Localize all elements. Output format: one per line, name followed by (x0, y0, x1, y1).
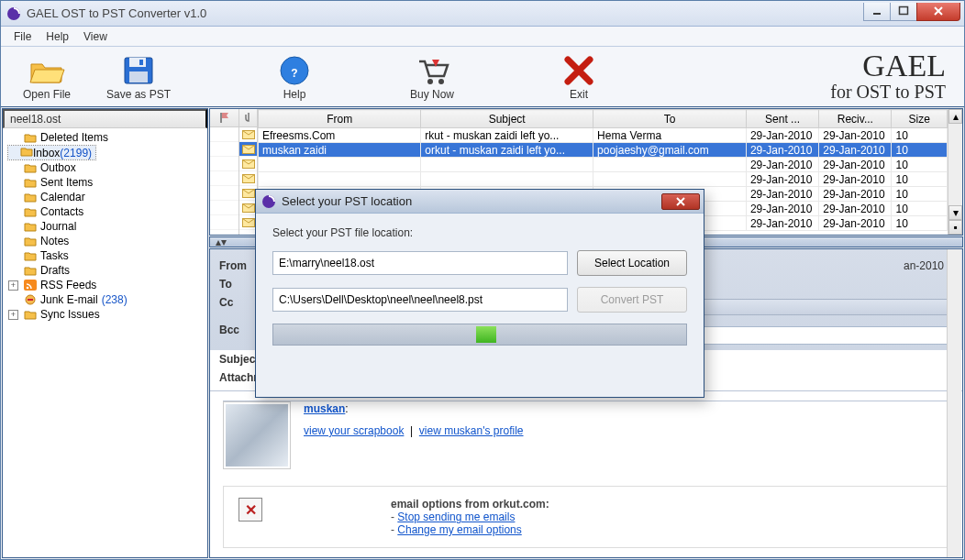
scroll-corner-icon[interactable]: ▪ (948, 220, 962, 235)
flag-header-icon[interactable] (210, 109, 238, 127)
menu-view[interactable]: View (76, 27, 115, 46)
tree-count: (2199) (60, 147, 92, 159)
dialog-titlebar[interactable]: Select your PST location (256, 190, 704, 214)
minimize-button[interactable] (863, 3, 891, 21)
table-row[interactable]: 29-Jan-201029-Jan-201010 (259, 172, 948, 187)
envelope-icon (239, 142, 257, 157)
sidebar-item-calendar[interactable]: Calendar (8, 190, 207, 204)
brand: GAEL for OST to PST (830, 50, 946, 103)
dialog-close-button[interactable] (661, 193, 700, 210)
tree-count: (238) (102, 293, 128, 306)
col-to[interactable]: To (593, 110, 747, 128)
stop-emails-link[interactable]: Stop sending me emails (397, 511, 515, 523)
exit-button[interactable]: Exit (533, 53, 625, 101)
scrapbook-link[interactable]: view your scrapbook (304, 424, 404, 437)
svg-rect-6 (139, 60, 143, 65)
window-controls (864, 3, 960, 21)
table-row[interactable]: muskan zaidiorkut - muskan zaidi left yo… (259, 143, 948, 158)
dest-path-input[interactable] (272, 288, 568, 312)
table-row[interactable]: 29-Jan-201029-Jan-201010 (259, 158, 948, 172)
attachment-header-icon[interactable] (239, 109, 257, 127)
titlebar[interactable]: GAEL OST to PST Converter v1.0 (1, 1, 964, 27)
scroll-down-icon[interactable]: ▾ (948, 205, 962, 220)
avatar (223, 401, 291, 469)
folder-icon (24, 280, 37, 291)
folder-icon (24, 132, 37, 143)
sender-link[interactable]: muskan (304, 402, 345, 415)
tree-label: Sync Issues (40, 308, 100, 321)
col-reciv-[interactable]: Reciv... (819, 110, 892, 128)
tree-label: Contacts (40, 205, 83, 218)
table-row[interactable]: Efreesms.Comrkut - muskan zaidi left yo.… (259, 128, 948, 143)
grid-scrollbar[interactable]: ▴ ▾ ▪ (948, 109, 962, 235)
maximize-button[interactable] (890, 3, 917, 21)
folder-icon (24, 206, 37, 217)
app-icon (6, 6, 21, 21)
cross-icon (533, 53, 625, 88)
menu-help[interactable]: Help (39, 27, 76, 46)
svg-rect-4 (129, 58, 146, 67)
sidebar-item-notes[interactable]: Notes (8, 234, 207, 248)
change-options-link[interactable]: Change my email options (397, 523, 521, 536)
grid-icon-column (210, 109, 239, 235)
sidebar-item-sync-issues[interactable]: +Sync Issues (8, 307, 207, 322)
folder-icon (24, 294, 37, 305)
convert-pst-button[interactable]: Convert PST (577, 287, 687, 313)
toolbar: Open File Save as PST ? Help Buy Now Exi… (1, 47, 964, 107)
sidebar-item-tasks[interactable]: Tasks (8, 248, 207, 263)
tree-label: Deleted Items (40, 131, 108, 144)
col-size[interactable]: Size (892, 110, 948, 128)
envelope-icon (239, 127, 257, 142)
close-button[interactable] (916, 3, 960, 21)
sidebar-item-contacts[interactable]: Contacts (8, 204, 207, 219)
folder-icon (24, 236, 37, 247)
menu-file[interactable]: File (6, 27, 39, 46)
col-sent-[interactable]: Sent ... (746, 110, 818, 128)
dialog-title: Select your PST location (282, 194, 661, 208)
sidebar-item-rss-feeds[interactable]: +RSS Feeds (8, 278, 207, 292)
tree-label: Calendar (40, 191, 85, 203)
folder-icon (24, 265, 37, 276)
svg-rect-2 (900, 7, 908, 15)
select-location-button[interactable]: Select Location (577, 250, 687, 276)
sidebar-item-junk-e-mail[interactable]: Junk E-mail(238) (8, 292, 207, 307)
sidebar-item-inbox[interactable]: Inbox(2199) (8, 145, 207, 160)
pst-location-dialog[interactable]: Select your PST location Select your PST… (255, 189, 704, 398)
svg-rect-1 (873, 13, 881, 15)
tree-label: Outbox (40, 161, 76, 174)
tree-label: Inbox (33, 147, 60, 159)
help-label: Help (249, 88, 340, 101)
save-as-pst-label: Save as PST (93, 88, 184, 101)
svg-rect-14 (220, 113, 222, 123)
tree-label: Notes (40, 235, 69, 247)
tree-label: Journal (40, 220, 76, 233)
expand-icon[interactable]: + (8, 280, 18, 291)
tree-label: Junk E-mail (40, 293, 98, 306)
folder-icon (24, 250, 37, 261)
envelope-icon (239, 171, 257, 186)
folder-tree[interactable]: neel18.ost Deleted ItemsInbox(2199)Outbo… (2, 108, 208, 558)
sidebar-item-deleted-items[interactable]: Deleted Items (8, 130, 207, 145)
source-path-input[interactable] (272, 251, 568, 275)
scroll-up-icon[interactable]: ▴ (948, 109, 962, 124)
col-subject[interactable]: Subject (421, 110, 593, 128)
floppy-icon (93, 53, 184, 88)
window-title: GAEL OST to PST Converter v1.0 (27, 6, 864, 20)
profile-link[interactable]: view muskan's profile (419, 424, 524, 437)
sidebar-item-sent-items[interactable]: Sent Items (8, 175, 207, 190)
sidebar-item-outbox[interactable]: Outbox (8, 160, 207, 175)
save-as-pst-button[interactable]: Save as PST (93, 53, 184, 101)
brand-subtitle: for OST to PST (830, 82, 946, 103)
tree-label: RSS Feeds (40, 279, 96, 291)
detail-scrollbar[interactable] (947, 249, 961, 557)
sidebar-item-journal[interactable]: Journal (8, 219, 207, 234)
lower-block: ✕ email options from orkut.com: - Stop s… (223, 486, 949, 548)
sidebar-item-drafts[interactable]: Drafts (8, 263, 207, 278)
col-from[interactable]: From (259, 110, 421, 128)
tree-root[interactable]: neel18.ost (3, 109, 207, 128)
open-file-button[interactable]: Open File (1, 53, 93, 101)
expand-icon[interactable]: + (8, 310, 18, 320)
buy-now-button[interactable]: Buy Now (386, 53, 478, 101)
dialog-icon (261, 194, 276, 209)
help-button[interactable]: ? Help (249, 53, 340, 101)
